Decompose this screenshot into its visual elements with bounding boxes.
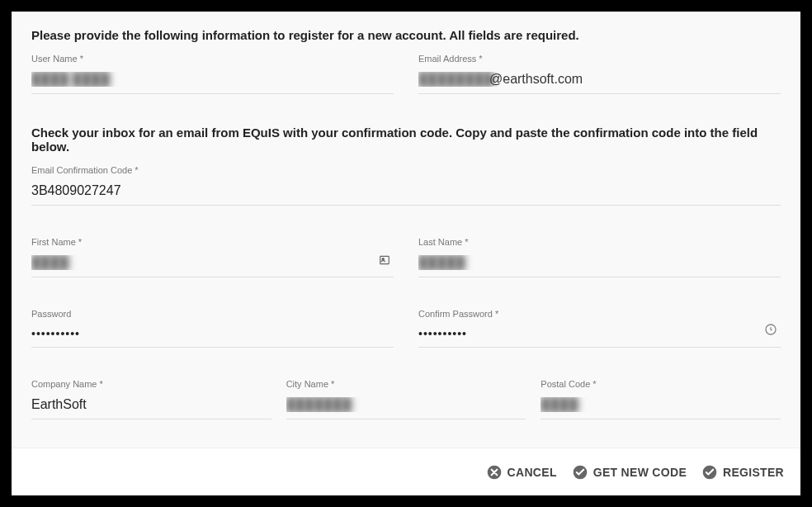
confirm-password-label: Confirm Password * bbox=[418, 309, 781, 319]
field-company: Company Name * bbox=[31, 379, 271, 419]
company-label: Company Name * bbox=[31, 379, 271, 389]
first-name-label: First Name * bbox=[31, 237, 394, 247]
contact-card-icon bbox=[379, 254, 390, 269]
username-label: User Name * bbox=[31, 54, 394, 64]
field-last-name: Last Name * bbox=[418, 237, 781, 277]
first-name-input[interactable] bbox=[31, 252, 394, 277]
password-input[interactable] bbox=[31, 324, 394, 348]
get-code-label: GET NEW CODE bbox=[593, 466, 687, 479]
field-first-name: First Name * bbox=[31, 237, 394, 277]
password-label: Password bbox=[31, 309, 394, 319]
last-name-label: Last Name * bbox=[418, 237, 781, 247]
field-confirm-password: Confirm Password * bbox=[418, 309, 781, 348]
confirmation-heading: Check your inbox for an email from EQuIS… bbox=[31, 126, 781, 154]
company-input[interactable] bbox=[31, 394, 271, 419]
register-button[interactable]: REGISTER bbox=[701, 464, 784, 481]
city-label: City Name * bbox=[286, 379, 526, 389]
registration-form: Please provide the following information… bbox=[12, 12, 800, 495]
postal-input[interactable] bbox=[541, 394, 781, 419]
field-username: User Name * bbox=[31, 54, 394, 94]
field-city: City Name * bbox=[286, 379, 526, 419]
city-input[interactable] bbox=[286, 394, 526, 419]
confirmation-code-input[interactable] bbox=[31, 180, 781, 206]
register-label: REGISTER bbox=[723, 466, 784, 479]
svg-rect-0 bbox=[380, 256, 389, 263]
cancel-icon bbox=[486, 464, 503, 481]
field-password: Password bbox=[31, 309, 394, 348]
svg-point-1 bbox=[382, 258, 384, 260]
postal-label: Postal Code * bbox=[541, 379, 781, 389]
cancel-button[interactable]: CANCEL bbox=[486, 464, 557, 481]
cancel-label: CANCEL bbox=[508, 466, 557, 479]
field-confirmation-code: Email Confirmation Code * bbox=[31, 165, 781, 206]
action-bar: CANCEL GET NEW CODE REGISTER bbox=[12, 448, 800, 495]
check-icon bbox=[701, 464, 718, 481]
get-new-code-button[interactable]: GET NEW CODE bbox=[572, 464, 687, 481]
field-email: Email Address * @earthsoft.com bbox=[418, 54, 781, 94]
confirmation-code-label: Email Confirmation Code * bbox=[31, 165, 781, 175]
last-name-input[interactable] bbox=[418, 252, 781, 277]
field-postal: Postal Code * bbox=[541, 379, 781, 419]
password-security-icon bbox=[764, 323, 777, 339]
email-label: Email Address * bbox=[418, 54, 781, 64]
username-input[interactable] bbox=[31, 69, 394, 94]
main-heading: Please provide the following information… bbox=[31, 28, 781, 42]
confirm-password-input[interactable] bbox=[418, 324, 781, 348]
email-input[interactable] bbox=[418, 69, 781, 94]
check-icon bbox=[572, 464, 588, 481]
